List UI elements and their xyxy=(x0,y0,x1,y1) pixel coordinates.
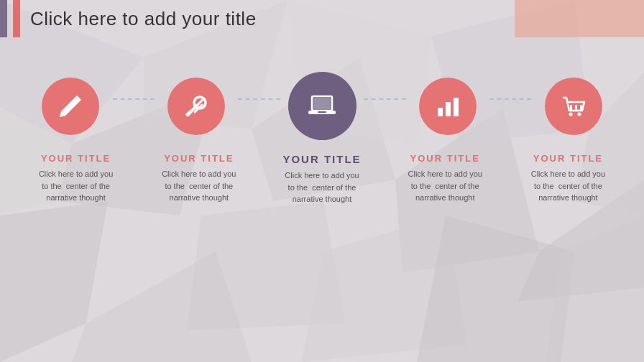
svg-rect-28 xyxy=(438,108,443,116)
timeline-section: YOUR TITLE Click here to add youto the c… xyxy=(0,72,644,205)
header: Click here to add your title xyxy=(0,0,644,37)
laptop-icon xyxy=(303,88,341,125)
item-4-title[interactable]: YOUR TITLE xyxy=(410,153,480,164)
item-2-title[interactable]: YOUR TITLE xyxy=(164,153,234,164)
item-2-body: Click here to add youto the center of th… xyxy=(162,168,236,204)
timeline-item-5 xyxy=(531,78,615,135)
tools-icon xyxy=(182,92,211,121)
item-1-body: Click here to add youto the center of th… xyxy=(39,168,113,204)
item-4-body: Click here to add youto the center of th… xyxy=(408,168,482,204)
header-title[interactable]: Click here to add your title xyxy=(30,8,515,30)
connector-4-5 xyxy=(489,98,531,100)
item-3-title[interactable]: YOUR TITLE xyxy=(282,153,361,165)
circle-2[interactable] xyxy=(167,78,225,135)
header-accent-bars xyxy=(0,0,20,37)
label-item-4: YOUR TITLE Click here to add youto the c… xyxy=(384,153,507,205)
timeline-item-3 xyxy=(280,72,364,140)
svg-rect-25 xyxy=(313,98,331,109)
circle-4[interactable] xyxy=(419,78,477,135)
svg-rect-30 xyxy=(454,98,459,116)
svg-rect-35 xyxy=(580,105,582,110)
header-right-accent xyxy=(515,0,644,37)
timeline-item-2 xyxy=(155,78,239,135)
cart-icon xyxy=(559,92,588,121)
circle-3[interactable] xyxy=(288,72,356,140)
pencil-icon xyxy=(57,93,84,120)
purple-bar xyxy=(0,0,7,37)
connector-1-2 xyxy=(113,98,155,100)
chart-icon xyxy=(433,92,462,121)
timeline-item-4 xyxy=(406,78,490,135)
svg-rect-33 xyxy=(570,105,572,110)
pink-bar xyxy=(13,0,20,37)
item-3-body: Click here to add youto the center of th… xyxy=(285,170,359,205)
svg-point-31 xyxy=(569,112,572,116)
label-item-1: YOUR TITLE Click here to add youto the c… xyxy=(14,153,137,205)
timeline-item-1 xyxy=(29,78,113,135)
label-item-3: YOUR TITLE Click here to add youto the c… xyxy=(260,153,383,205)
item-1-title[interactable]: YOUR TITLE xyxy=(41,153,111,164)
item-5-title[interactable]: YOUR TITLE xyxy=(533,153,603,164)
circle-1[interactable] xyxy=(42,78,99,135)
circle-5[interactable] xyxy=(545,78,602,135)
connector-3-4 xyxy=(364,98,405,100)
connector-2-3 xyxy=(238,98,280,100)
icons-row xyxy=(0,72,644,140)
svg-rect-34 xyxy=(575,105,577,110)
label-item-5: YOUR TITLE Click here to add youto the c… xyxy=(507,153,630,205)
item-5-body: Click here to add youto the center of th… xyxy=(531,168,605,204)
labels-row: YOUR TITLE Click here to add youto the c… xyxy=(0,153,644,205)
svg-rect-29 xyxy=(446,102,451,116)
svg-rect-27 xyxy=(318,111,326,113)
svg-point-32 xyxy=(577,112,581,116)
label-item-2: YOUR TITLE Click here to add youto the c… xyxy=(137,153,260,205)
